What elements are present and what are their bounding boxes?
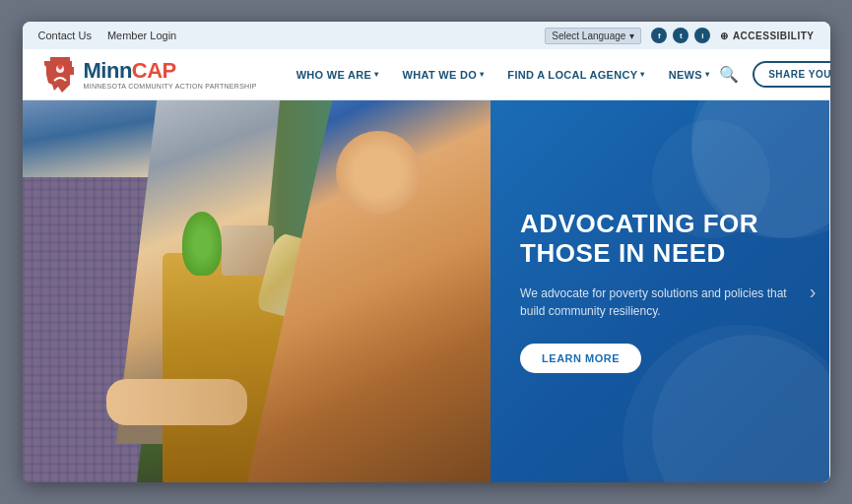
hero-image <box>23 100 492 482</box>
nav-news[interactable]: NEWS ▾ <box>659 63 720 87</box>
logo-subtitle: MINNESOTA COMMUNITY ACTION PARTNERSHIP <box>84 83 257 91</box>
contact-us-link[interactable]: Contact Us <box>38 30 92 41</box>
utility-links: Contact Us Member Login <box>38 30 177 41</box>
next-slide-arrow[interactable]: › <box>810 281 817 303</box>
info-icon[interactable]: i <box>694 28 710 43</box>
nav-bar: MinnCAP MINNESOTA COMMUNITY ACTION PARTN… <box>23 49 830 100</box>
accessibility-button[interactable]: ⊕ ACCESSIBILITY <box>720 31 814 41</box>
twitter-icon[interactable]: t <box>673 28 688 43</box>
chevron-down-icon: ▾ <box>480 70 484 79</box>
share-story-button[interactable]: SHARE YOUR STORY <box>753 61 829 88</box>
face-highlight <box>336 131 421 215</box>
search-icon[interactable]: 🔍 <box>719 65 739 84</box>
hero-description: We advocate for poverty solutions and po… <box>520 284 800 320</box>
logo-text: MinnCAP MINNESOTA COMMUNITY ACTION PARTN… <box>84 59 257 91</box>
learn-more-button[interactable]: LEARN MORE <box>520 344 641 373</box>
nav-what-we-do[interactable]: WHAT WE DO ▾ <box>393 63 494 87</box>
nav-links: WHO WE ARE ▾ WHAT WE DO ▾ FIND A LOCAL A… <box>287 63 720 87</box>
facebook-icon[interactable]: f <box>651 28 667 43</box>
chevron-down-icon: ▾ <box>374 70 378 79</box>
language-selector[interactable]: Select Language ▾ <box>545 28 641 44</box>
utility-bar: Contact Us Member Login Select Language … <box>23 22 830 49</box>
logo[interactable]: MinnCAP MINNESOTA COMMUNITY ACTION PARTN… <box>42 55 257 94</box>
nav-who-we-are[interactable]: WHO WE ARE ▾ <box>287 63 389 87</box>
chevron-down-icon: ▾ <box>640 70 644 79</box>
deco-circle-3 <box>652 335 829 482</box>
hands-layer <box>106 379 247 425</box>
logo-name: MinnCAP <box>84 59 257 83</box>
member-login-link[interactable]: Member Login <box>107 30 176 41</box>
hero-section: ADVOCATING FOR THOSE IN NEED We advocate… <box>23 100 830 482</box>
logo-icon <box>42 55 78 94</box>
social-icons-group: f t i <box>651 28 710 43</box>
accessibility-icon: ⊕ <box>720 31 729 41</box>
nav-right: 🔍 SHARE YOUR STORY <box>719 61 829 88</box>
hero-heading: ADVOCATING FOR THOSE IN NEED <box>520 210 800 269</box>
utility-right: Select Language ▾ f t i ⊕ ACCESSIBILITY <box>545 28 814 44</box>
hero-text-panel: ADVOCATING FOR THOSE IN NEED We advocate… <box>491 100 829 482</box>
nav-find-agency[interactable]: FIND A LOCAL AGENCY ▾ <box>497 63 654 87</box>
green-pepper <box>182 212 222 276</box>
browser-window: Contact Us Member Login Select Language … <box>23 22 830 482</box>
chevron-down-icon: ▾ <box>629 31 634 41</box>
chevron-down-icon: ▾ <box>705 70 709 79</box>
